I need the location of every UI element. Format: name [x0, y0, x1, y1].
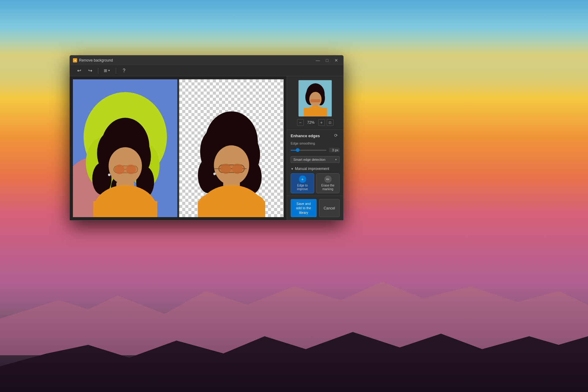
edge-smoothing-value: 3 px — [329, 148, 340, 153]
svg-point-19 — [108, 174, 111, 176]
cancel-button[interactable]: Cancel — [319, 199, 340, 217]
edge-improve-button[interactable]: + Edge to improve — [291, 173, 314, 193]
save-button[interactable]: Save and add to the library — [291, 199, 317, 217]
svg-rect-51 — [310, 99, 321, 102]
view-dropdown-button[interactable]: ⊞ ▼ — [102, 67, 112, 74]
enhance-edges-section: Enhance edges ⟳ Edge smoothing 3 px — [287, 130, 343, 196]
edge-smoothing-label: Edge smoothing — [291, 141, 340, 145]
edge-smoothing-row: 3 px — [291, 147, 340, 153]
canvas-divider — [178, 79, 179, 217]
thumbnail-svg — [299, 80, 332, 117]
toolbar-separator-2 — [116, 68, 116, 74]
svg-rect-54 — [304, 108, 327, 117]
dropdown-wrapper: Smart edge detection Precise Smooth — [291, 156, 340, 163]
canvas-left[interactable] — [73, 79, 177, 217]
view-dropdown-arrow: ▼ — [108, 69, 110, 72]
erase-marking-label: Erase the marking — [318, 184, 338, 191]
redo-button[interactable]: ↪ — [86, 66, 94, 75]
zoom-fit-button[interactable]: ⊡ — [327, 119, 334, 126]
toolbar: ↩ ↪ ⊞ ▼ ? — [70, 65, 343, 76]
main-content: − 72% + ⊡ Enhance edges ⟳ Edge smoothing — [70, 76, 343, 220]
thumbnail-image — [298, 80, 332, 117]
edge-method-select[interactable]: Smart edge detection Precise Smooth — [291, 156, 340, 163]
help-button[interactable]: ? — [120, 66, 128, 75]
toolbar-separator-1 — [98, 68, 98, 74]
erase-marking-icon: ✏ — [324, 175, 332, 183]
erase-marking-button[interactable]: ✏ Erase the marking — [316, 173, 340, 193]
left-canvas-svg — [73, 79, 177, 217]
svg-point-17 — [126, 164, 136, 174]
thumbnail-area: − 72% + ⊡ — [287, 76, 343, 130]
enhance-edges-icon: ⟳ — [334, 133, 340, 138]
svg-point-16 — [115, 164, 124, 174]
tool-buttons: + Edge to improve ✏ Erase the marking — [291, 173, 340, 193]
view-icon: ⊞ — [104, 68, 107, 73]
close-button[interactable]: ✕ — [332, 57, 340, 63]
right-canvas-svg — [179, 79, 284, 217]
svg-rect-22 — [93, 201, 157, 217]
edge-improve-icon: + — [299, 175, 306, 183]
edge-smoothing-track — [291, 150, 326, 151]
edge-smoothing-slider-container — [291, 147, 326, 153]
mountain-back — [0, 263, 588, 355]
manual-improvement-title: Manual improvement — [295, 167, 329, 171]
svg-point-37 — [232, 164, 242, 174]
result-image — [179, 79, 284, 217]
dropdown-row: Smart edge detection Precise Smooth — [291, 156, 340, 163]
svg-point-41 — [213, 173, 216, 175]
app-window: ★ Remove background — □ ✕ ↩ ↪ ⊞ ▼ ? — [70, 55, 344, 221]
window-title: Remove background — [79, 58, 314, 62]
canvas-right[interactable] — [179, 79, 284, 217]
bottom-buttons: Save and add to the library Cancel — [287, 196, 343, 220]
manual-improvement-header[interactable]: ▼ Manual improvement — [291, 167, 340, 171]
svg-point-36 — [221, 164, 231, 174]
canvas-area — [70, 76, 287, 220]
right-panel: − 72% + ⊡ Enhance edges ⟳ Edge smoothing — [287, 76, 343, 220]
zoom-value: 72% — [306, 120, 316, 125]
minimize-button[interactable]: — — [314, 57, 322, 63]
app-icon: ★ — [73, 58, 77, 62]
zoom-in-button[interactable]: + — [318, 119, 325, 126]
undo-button[interactable]: ↩ — [75, 66, 83, 75]
collapse-arrow: ▼ — [291, 167, 294, 171]
title-bar: ★ Remove background — □ ✕ — [70, 55, 343, 65]
maximize-button[interactable]: □ — [323, 57, 331, 63]
mountains — [0, 263, 588, 392]
edge-smoothing-thumb[interactable] — [296, 148, 300, 152]
masked-image — [73, 79, 177, 217]
enhance-edges-title: Enhance edges — [291, 134, 320, 138]
zoom-controls: − 72% + ⊡ — [297, 119, 334, 126]
window-controls: — □ ✕ — [314, 57, 340, 63]
section-header: Enhance edges ⟳ — [291, 133, 340, 138]
edge-improve-label: Edge to improve — [292, 184, 313, 191]
zoom-out-button[interactable]: − — [297, 119, 304, 126]
